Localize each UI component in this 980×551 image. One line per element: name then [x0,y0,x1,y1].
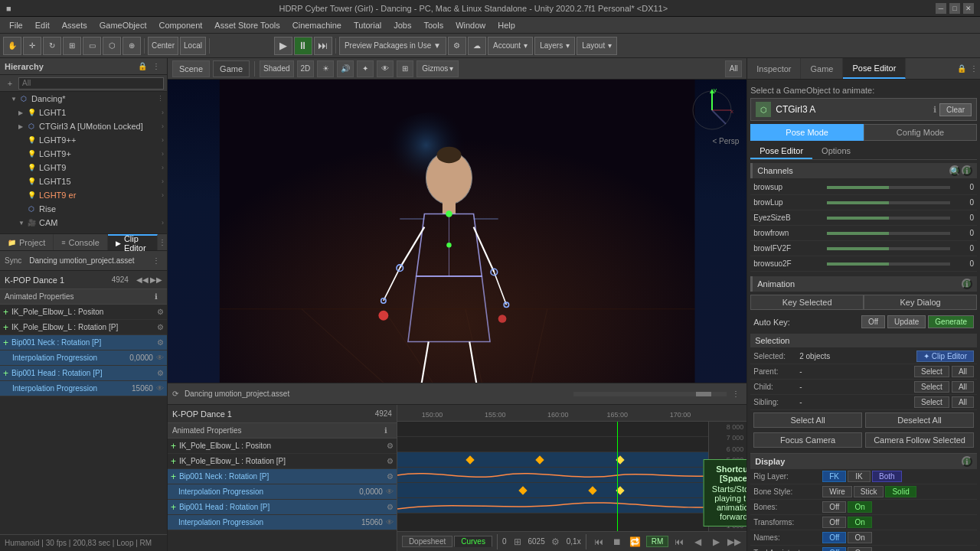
track-gear-icon[interactable]: ⚙ [157,308,164,316]
audio-toggle[interactable]: 🔊 [337,60,354,77]
info-icon-btn[interactable]: ℹ [933,105,936,115]
hierarchy-add[interactable]: + [3,77,17,90]
goto-start-btn[interactable]: ⏮ [591,534,606,549]
channel-slider[interactable] [827,201,950,204]
generate-btn[interactable]: Generate [928,315,974,328]
curves-tab[interactable]: Curves [454,536,492,547]
wire-btn[interactable]: Wire [822,486,852,497]
preview-packages-dropdown[interactable]: Preview Packages in Use ▼ [339,37,446,55]
tl-track-row-sel[interactable]: + Bip001 Head : Rotation [P] ⚙ [168,500,397,515]
props-info-btn[interactable]: ℹ [380,425,392,437]
project-tab[interactable]: 📁 Project [0,234,54,250]
channels-search[interactable]: 🔍 [949,165,960,176]
track-gear-icon[interactable]: ⚙ [157,323,164,331]
tl-track-row-sel[interactable]: Interpolation Progression 15060 👁 [168,515,397,530]
track-row-selected[interactable]: Interpolation Progression 15060 👁 [0,381,167,396]
custom-tool[interactable]: ⊕ [122,37,141,55]
display-info[interactable]: ℹ [962,456,972,467]
tree-item[interactable]: ▶ 💡 LGHT1 › [0,106,167,119]
channel-slider[interactable] [827,262,950,266]
menu-file[interactable]: File [3,19,29,31]
timeline-ruler[interactable]: 150:00 155:00 160:00 165:00 170:00 [397,405,746,422]
gear-icon[interactable]: ⚙ [387,442,394,450]
select-sibling-btn[interactable]: Select [914,396,949,408]
pivot-center-toggle[interactable]: Center [148,37,178,55]
channel-slider[interactable] [827,186,950,189]
pose-mode-btn[interactable]: Pose Mode [750,124,864,141]
stick-btn[interactable]: Stick [854,486,884,497]
fk-btn[interactable]: FK [822,471,846,482]
tree-item[interactable]: ▶ ⬡ CTGirl3 A [UMotion Locked] › [0,119,167,133]
tl-track-row[interactable]: + IK_Pole_Elbow_L : Positon ⚙ [168,439,397,454]
all-layers-dropdown[interactable]: All [725,60,742,77]
tl-track-row[interactable]: + IK_Pole_Elbow_L : Rotation [P] ⚙ [168,454,397,469]
scale-tool[interactable]: ⊞ [63,37,81,55]
camera-follow-btn[interactable]: Camera Follow Selected [865,432,974,448]
tracks-info[interactable]: ℹ [150,291,162,303]
names-off-btn[interactable]: Off [822,532,846,543]
gear-icon[interactable]: ⚙ [387,503,394,511]
frame-expand-btn[interactable]: ⊞ [510,534,525,549]
key-dialog-btn[interactable]: Key Dialog [864,295,977,310]
tool-assist-on-btn[interactable]: On [848,547,871,551]
scene-viewport[interactable]: y x < Persp [168,80,746,383]
all-child-btn[interactable]: All [952,381,974,393]
rotate-tool[interactable]: ↻ [43,37,61,55]
ik-btn[interactable]: IK [848,471,871,482]
rm-mode-btn[interactable]: RM [646,536,669,547]
pose-editor-tab[interactable]: Pose Editor [843,58,906,79]
transforms-on-btn[interactable]: On [848,517,871,528]
tree-item[interactable]: ▼ ⬡ Dancing* ⋮ [0,92,167,106]
tree-item[interactable]: 💡 LGHT9 er › [0,188,167,202]
tree-item[interactable]: 💡 LGHT9++ › [0,133,167,147]
focus-camera-btn[interactable]: Focus Camera [753,432,862,448]
select-all-btn[interactable]: Select All [753,412,862,428]
menu-component[interactable]: Component [152,19,208,31]
console-tab[interactable]: ≡ Console [54,234,108,250]
timeline-keyframes[interactable]: 8 000 7 000 6 000 5 000 4 000 3 000 2 00… [397,422,746,531]
layout-dropdown[interactable]: Layout ▾ [577,37,617,55]
bones-off-btn[interactable]: Off [822,501,846,513]
gear-icon[interactable]: ⚙ [387,472,394,481]
account-dropdown[interactable]: Account ▾ [488,37,533,55]
hierarchy-search[interactable] [18,77,164,90]
track-gear-icon[interactable]: ⚙ [157,369,164,377]
cloud-button[interactable]: ☁ [468,37,486,55]
menu-assets[interactable]: Assets [56,19,93,31]
scene-vis-toggle[interactable]: 👁 [377,60,394,77]
track-row-selected[interactable]: + Bip001 Neck : Rotation [P] ⚙ [0,335,167,350]
prev-frame-btn[interactable]: ◀ [690,534,705,549]
nav-back[interactable]: ◀◀ [136,274,149,286]
transform-tool[interactable]: ⬡ [103,37,121,55]
scene-tab[interactable]: Scene [172,60,210,77]
tree-item[interactable]: 💡 LGHT9 › [0,161,167,174]
select-btn[interactable]: Select [914,366,949,377]
menu-tutorial[interactable]: Tutorial [348,19,387,31]
menu-gameobject[interactable]: GameObject [93,19,153,31]
rect-tool[interactable]: ▭ [83,37,101,55]
transforms-off-btn[interactable]: Off [822,517,846,528]
menu-assetstoretools[interactable]: Asset Store Tools [208,19,286,31]
off-btn[interactable]: Off [861,315,885,328]
prev-key-btn[interactable]: ⏮ [671,534,687,549]
effects-toggle[interactable]: ✦ [357,60,374,77]
next-key-btn[interactable]: ▶▶ [727,534,742,549]
menu-jobs[interactable]: Jobs [387,19,417,31]
timeline-menu[interactable]: ⋮ [730,388,742,400]
dopesheet-tab[interactable]: Dopesheet [402,536,452,547]
clip-editor-link-btn[interactable]: ✦ Clip Editor [916,350,974,362]
tree-item[interactable]: 💡 LGHT9+ › [0,147,167,161]
track-row[interactable]: + IK_Pole_Elbow_L : Rotation [P] ⚙ [0,320,167,335]
menu-help[interactable]: Help [492,19,521,31]
game-tab[interactable]: Game [801,58,843,79]
tree-item[interactable]: ▼ 🎥 CAM › [0,216,167,230]
all-sibling-btn[interactable]: All [952,396,974,408]
clip-menu[interactable]: ⋮ [150,255,162,267]
channels-info[interactable]: ℹ [962,165,972,176]
nav-fwd[interactable]: ▶▶ [150,274,162,286]
loop-btn[interactable]: 🔁 [628,534,643,549]
hierarchy-menu[interactable]: ⋮ [150,60,162,73]
lighting-toggle[interactable]: ☀ [317,60,334,77]
inspector-menu[interactable]: ⋮ [968,63,980,75]
hand-tool[interactable]: ✋ [3,37,21,55]
